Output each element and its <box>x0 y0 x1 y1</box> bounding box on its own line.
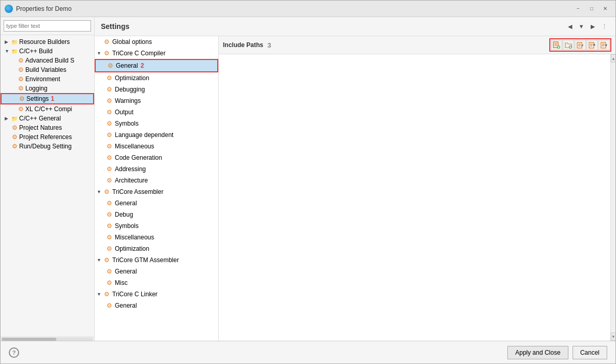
tree-item-optimization[interactable]: ⚙ Optimization <box>95 72 218 84</box>
tree-item-tcl-general[interactable]: ⚙ General <box>95 300 218 311</box>
content-main <box>219 54 610 341</box>
badge-1: 1 <box>51 95 54 102</box>
filter-box <box>1 17 94 35</box>
tree-item-debugging[interactable]: ⚙ Debugging <box>95 84 218 95</box>
gear-icon: ⚙ <box>105 154 113 162</box>
add-folder-icon <box>565 41 572 49</box>
tree-item-tricore-gtm-assembler[interactable]: ▼ ⚙ TriCore GTM Assembler <box>95 254 218 266</box>
tree-item-label: TriCore C Linker <box>112 291 158 298</box>
gear-icon: ⚙ <box>17 105 24 113</box>
tree-item-ta-general[interactable]: ⚙ General <box>95 198 218 209</box>
sidebar-item-label: Environment <box>25 75 60 83</box>
tree-item-tricore-c-linker[interactable]: ▼ ⚙ TriCore C Linker <box>95 289 218 300</box>
gear-icon: ⚙ <box>105 245 113 253</box>
scroll-down-arrow[interactable]: ▼ <box>611 332 615 341</box>
sidebar-item-resource-builders[interactable]: ▶ 📁 Resource Builders <box>1 37 94 47</box>
tree-item-tricore-assembler[interactable]: ▼ ⚙ TriCore Assembler <box>95 186 218 198</box>
tree-item-label: Optimization <box>115 245 149 252</box>
tree-item-label: General <box>115 200 137 207</box>
settings-header: Settings ◀ ▼ ▶ ⋮ <box>95 17 615 36</box>
expand-icon: ▼ <box>5 49 10 54</box>
tree-item-label: General <box>116 62 138 69</box>
dropdown-button[interactable]: ▼ <box>576 21 587 32</box>
gear-icon: ⚙ <box>102 188 111 196</box>
gear-icon: ⚙ <box>17 75 24 83</box>
add-file-button[interactable] <box>551 40 562 50</box>
tree-item-language-dependent[interactable]: ⚙ Language dependent <box>95 129 218 141</box>
cancel-button[interactable]: Cancel <box>573 346 607 359</box>
tree-item-output[interactable]: ⚙ Output <box>95 107 218 118</box>
sidebar-item-logging[interactable]: ⚙ Logging <box>1 84 94 93</box>
sidebar-item-environment[interactable]: ⚙ Environment <box>1 74 94 84</box>
add-file-icon <box>553 41 560 49</box>
tree-item-label: Warnings <box>115 97 141 104</box>
expand-icon: ▼ <box>97 189 101 194</box>
move-down-icon <box>600 41 608 49</box>
sidebar-scrollbar[interactable] <box>1 337 94 341</box>
tree-item-label: Architecture <box>115 177 148 184</box>
tree-item-symbols[interactable]: ⚙ Symbols <box>95 118 218 129</box>
gear-icon: ⚙ <box>105 131 113 139</box>
scroll-up-arrow[interactable]: ▲ <box>611 54 615 63</box>
sidebar-item-project-references[interactable]: ⚙ Project References <box>1 132 94 142</box>
apply-close-button[interactable]: Apply and Close <box>507 346 568 359</box>
sidebar-item-advanced-build[interactable]: ⚙ Advanced Build S <box>1 56 94 65</box>
tree-item-general[interactable]: ⚙ General 2 <box>95 59 218 72</box>
gear-icon: ⚙ <box>105 267 113 276</box>
sidebar-item-label: Build Variables <box>25 66 66 73</box>
back-button[interactable]: ◀ <box>565 21 575 32</box>
gear-icon: ⚙ <box>105 142 113 150</box>
tree-item-ta-miscellaneous[interactable]: ⚙ Miscellaneous <box>95 232 218 243</box>
tree-panel: ⚙ Global options ▼ ⚙ TriCore C Compiler … <box>95 36 219 341</box>
sidebar-item-run-debug[interactable]: ⚙ Run/Debug Setting <box>1 142 94 151</box>
tree-item-architecture[interactable]: ⚙ Architecture <box>95 175 218 186</box>
sidebar-item-label: Advanced Build S <box>25 57 74 64</box>
tree-item-label: Addressing <box>115 165 146 173</box>
maximize-button[interactable]: □ <box>585 4 598 14</box>
gear-icon: ⚙ <box>105 222 113 230</box>
tree-item-tricore-c-compiler[interactable]: ▼ ⚙ TriCore C Compiler <box>95 48 218 59</box>
tree-item-tga-general[interactable]: ⚙ General <box>95 266 218 277</box>
tree-item-warnings[interactable]: ⚙ Warnings <box>95 95 218 107</box>
tree-item-global-options[interactable]: ⚙ Global options <box>95 36 218 48</box>
folder-icon: 📁 <box>11 48 18 55</box>
close-button[interactable]: ✕ <box>599 4 611 14</box>
right-scrollbar[interactable]: ▲ ▼ <box>610 54 615 341</box>
gear-icon: ⚙ <box>102 38 111 46</box>
tree-item-label: TriCore Assembler <box>112 188 163 195</box>
sidebar-item-cpp-general[interactable]: ▶ 📁 C/C++ General <box>1 114 94 123</box>
sidebar-item-build-variables[interactable]: ⚙ Build Variables <box>1 65 94 74</box>
sidebar-item-label: Project References <box>19 133 72 141</box>
sidebar-item-settings[interactable]: ⚙ Settings 1 <box>1 93 94 104</box>
tree-item-code-generation[interactable]: ⚙ Code Generation <box>95 152 218 163</box>
sidebar-item-project-natures[interactable]: ⚙ Project Natures <box>1 123 94 132</box>
settings-title: Settings <box>101 22 129 31</box>
tree-item-label: TriCore GTM Assembler <box>112 256 179 264</box>
tree-item-miscellaneous[interactable]: ⚙ Miscellaneous <box>95 141 218 152</box>
tree-item-ta-optimization[interactable]: ⚙ Optimization <box>95 243 218 254</box>
edit-button[interactable] <box>575 40 586 50</box>
sidebar-item-label: Project Natures <box>19 124 62 131</box>
move-down-button[interactable] <box>598 40 610 50</box>
add-folder-button[interactable] <box>563 40 574 50</box>
header-nav: ◀ ▼ ▶ ⋮ <box>565 21 609 32</box>
tree-item-addressing[interactable]: ⚙ Addressing <box>95 163 218 175</box>
expand-icon: ▼ <box>97 292 101 297</box>
sidebar-item-label: XL C/C++ Compi <box>25 105 72 113</box>
more-button[interactable]: ⋮ <box>599 21 609 32</box>
gear-icon: ⚙ <box>105 165 113 173</box>
move-up-button[interactable] <box>587 40 598 50</box>
tree-item-ta-symbols[interactable]: ⚙ Symbols <box>95 220 218 232</box>
tree-item-ta-debug[interactable]: ⚙ Debug <box>95 209 218 220</box>
tree-item-tga-misc[interactable]: ⚙ Misc <box>95 277 218 289</box>
window-controls: − □ ✕ <box>572 4 611 14</box>
tree-item-label: Global options <box>112 38 152 46</box>
minimize-button[interactable]: − <box>572 4 584 14</box>
sidebar-item-cpp-build[interactable]: ▼ 📁 C/C++ Build <box>1 47 94 56</box>
filter-input[interactable] <box>4 20 91 32</box>
forward-button[interactable]: ▶ <box>588 21 598 32</box>
sidebar-item-xl-compiler[interactable]: ⚙ XL C/C++ Compi <box>1 104 94 114</box>
help-button[interactable]: ? <box>9 347 19 358</box>
sidebar-item-label: C/C++ Build <box>19 48 53 55</box>
content-body: ▲ ▼ <box>219 54 615 341</box>
